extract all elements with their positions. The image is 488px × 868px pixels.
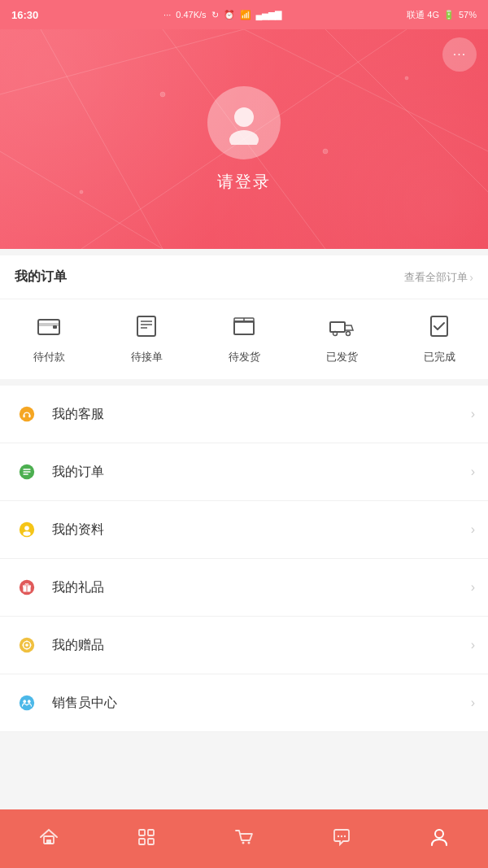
- menu-item-my-profile[interactable]: 我的资料 ›: [0, 501, 488, 559]
- svg-point-57: [242, 842, 245, 844]
- login-prompt[interactable]: 请登录: [217, 171, 271, 193]
- menu-item-customer-service[interactable]: 我的客服 ›: [0, 386, 488, 443]
- svg-point-8: [323, 149, 328, 154]
- svg-rect-56: [148, 839, 154, 844]
- view-all-label: 查看全部订单: [404, 270, 468, 285]
- sales-icon: [18, 694, 36, 712]
- svg-rect-32: [23, 471, 30, 472]
- nav-item-profile[interactable]: [428, 826, 451, 852]
- svg-point-7: [160, 92, 165, 97]
- svg-point-11: [234, 107, 254, 127]
- menu-label-sales-center: 销售员中心: [52, 695, 460, 712]
- chevron-icon-2: ›: [471, 522, 475, 537]
- svg-line-1: [163, 29, 325, 249]
- menu-label-my-freebies: 我的赠品: [52, 637, 460, 654]
- svg-point-12: [229, 130, 259, 145]
- hero-decoration: [0, 29, 488, 249]
- alarm-icon: ⏰: [224, 10, 235, 20]
- profile-icon: [18, 521, 36, 539]
- home-nav-icon: [37, 826, 60, 852]
- svg-point-36: [23, 531, 30, 536]
- svg-rect-55: [139, 839, 145, 844]
- battery-icon: 🔋: [443, 10, 455, 20]
- svg-point-43: [25, 643, 28, 647]
- order-status-row: 待付款 待接单 待发货: [0, 299, 488, 386]
- order-item-pending-payment[interactable]: 待付款: [0, 312, 98, 364]
- svg-point-9: [80, 190, 83, 194]
- nav-item-grid[interactable]: [135, 826, 158, 852]
- orders-icon: [18, 463, 36, 481]
- chat-dots-icon: ···: [453, 47, 466, 62]
- status-time: 16:30: [11, 9, 38, 21]
- chevron-right-icon: ›: [469, 271, 473, 284]
- truck-icon: [328, 312, 355, 343]
- chat-nav-icon: [330, 826, 353, 852]
- menu-label-my-profile: 我的资料: [52, 521, 460, 539]
- avatar[interactable]: [207, 86, 281, 159]
- order-item-pending-ship[interactable]: 待发货: [195, 312, 293, 364]
- menu-item-my-orders[interactable]: 我的订单 ›: [0, 443, 488, 501]
- chevron-icon-3: ›: [471, 580, 475, 595]
- order-item-shipped[interactable]: 已发货: [293, 312, 390, 364]
- menu-item-my-gifts[interactable]: 我的礼品 ›: [0, 559, 488, 617]
- order-item-label-0: 待付款: [33, 350, 65, 364]
- svg-point-60: [341, 835, 342, 837]
- headset-icon: [18, 405, 36, 423]
- nav-item-cart[interactable]: [233, 826, 255, 852]
- svg-line-6: [81, 29, 407, 249]
- menu-item-my-freebies[interactable]: 我的赠品 ›: [0, 617, 488, 674]
- sync-icon: ↻: [211, 10, 219, 20]
- gift-icon: [18, 578, 36, 596]
- menu-item-sales-center[interactable]: 销售员中心 ›: [0, 674, 488, 732]
- freebie-icon-wrap: [13, 631, 41, 659]
- menu-label-my-orders: 我的订单: [52, 464, 460, 481]
- status-right: 联通 4G 🔋 57%: [407, 9, 477, 21]
- nav-item-home[interactable]: [37, 826, 60, 852]
- menu-label-my-gifts: 我的礼品: [52, 579, 460, 596]
- svg-point-59: [338, 835, 339, 837]
- wifi-icon: 📶: [240, 10, 251, 20]
- freebie-icon: [18, 636, 36, 654]
- signal-icon: ▄▅▆▇: [256, 10, 282, 20]
- svg-rect-52: [46, 840, 51, 844]
- menu-list: 我的客服 › 我的订单 › 我的资料 ›: [0, 386, 488, 732]
- svg-rect-33: [23, 473, 28, 474]
- chat-button[interactable]: ···: [442, 37, 477, 72]
- battery-level: 57%: [459, 10, 477, 20]
- svg-point-62: [435, 830, 443, 838]
- wallet-icon: [35, 312, 63, 343]
- box-icon: [230, 312, 258, 343]
- svg-point-10: [405, 76, 408, 80]
- order-item-completed[interactable]: 已完成: [390, 312, 488, 364]
- svg-point-25: [346, 332, 351, 336]
- order-item-label-3: 已发货: [326, 350, 358, 364]
- svg-rect-16: [137, 316, 155, 336]
- grid-nav-icon: [135, 826, 158, 852]
- svg-rect-31: [23, 469, 30, 469]
- nav-item-chat[interactable]: [330, 826, 353, 852]
- chevron-icon-5: ›: [471, 696, 475, 710]
- profile-nav-icon: [428, 826, 451, 852]
- svg-line-0: [41, 29, 163, 249]
- svg-rect-15: [53, 325, 57, 329]
- sales-icon-wrap: [13, 689, 41, 717]
- view-all-orders-link[interactable]: 查看全部订单 ›: [404, 270, 473, 285]
- order-item-pending-accept[interactable]: 待接单: [98, 312, 195, 364]
- cart-nav-icon: [233, 826, 255, 852]
- user-icon: [222, 101, 266, 145]
- order-item-label-1: 待接单: [131, 350, 163, 364]
- status-bar: 16:30 ··· 0.47K/s ↻ ⏰ 📶 ▄▅▆▇ 联通 4G 🔋 57%: [0, 0, 488, 29]
- svg-point-24: [333, 332, 338, 336]
- svg-point-58: [248, 842, 251, 844]
- svg-point-49: [23, 700, 26, 703]
- svg-rect-54: [148, 830, 154, 835]
- svg-point-35: [24, 526, 29, 530]
- order-item-label-4: 已完成: [424, 350, 455, 364]
- svg-rect-20: [234, 321, 254, 334]
- list-icon: [133, 312, 160, 343]
- chevron-icon-0: ›: [471, 407, 475, 421]
- orders-icon-wrap: [13, 458, 41, 486]
- headset-icon-wrap: [13, 400, 41, 428]
- svg-rect-28: [23, 415, 24, 417]
- menu-label-customer-service: 我的客服: [52, 406, 460, 423]
